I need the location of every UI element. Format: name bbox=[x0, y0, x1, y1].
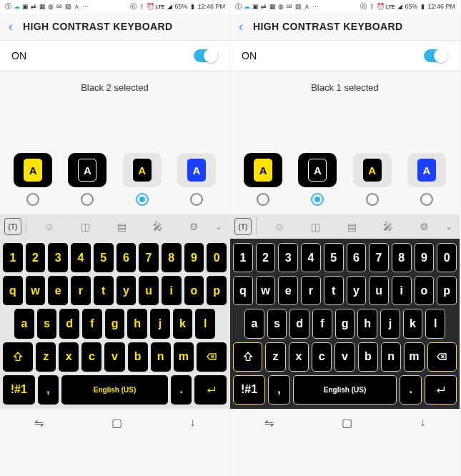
key-q[interactable]: q bbox=[3, 276, 23, 305]
back-icon[interactable]: ‹ bbox=[239, 19, 243, 34]
key-x[interactable]: x bbox=[59, 342, 79, 372]
shift-key[interactable] bbox=[3, 342, 33, 372]
gear-icon[interactable]: ⚙ bbox=[420, 221, 429, 232]
key-2[interactable]: 2 bbox=[26, 243, 46, 272]
hide-kb-icon[interactable]: ↓ bbox=[420, 416, 426, 429]
key-a[interactable]: a bbox=[14, 309, 34, 338]
sticker-icon[interactable]: ◫ bbox=[311, 221, 320, 232]
key-6[interactable]: 6 bbox=[117, 243, 137, 272]
key-g[interactable]: g bbox=[105, 309, 125, 338]
key-v[interactable]: v bbox=[334, 342, 355, 372]
key-y[interactable]: y bbox=[117, 276, 137, 305]
key-u[interactable]: u bbox=[369, 276, 389, 305]
theme-radio[interactable] bbox=[190, 193, 203, 206]
key-s[interactable]: s bbox=[267, 309, 287, 338]
key-m[interactable]: m bbox=[404, 342, 424, 372]
key-q[interactable]: q bbox=[233, 276, 253, 305]
key-l[interactable]: l bbox=[425, 309, 445, 338]
toggle-switch[interactable] bbox=[194, 49, 218, 62]
key-7[interactable]: 7 bbox=[369, 243, 389, 272]
theme-radio[interactable] bbox=[366, 193, 379, 206]
key-4[interactable]: 4 bbox=[301, 243, 321, 272]
enter-key[interactable] bbox=[425, 375, 457, 405]
key-t[interactable]: t bbox=[94, 276, 114, 305]
emoji-icon[interactable]: ☺ bbox=[274, 221, 284, 232]
key-b[interactable]: b bbox=[128, 342, 148, 372]
home-icon[interactable]: ▢ bbox=[342, 416, 352, 430]
shift-key[interactable] bbox=[233, 342, 262, 372]
key-y[interactable]: y bbox=[347, 276, 367, 305]
backspace-key[interactable] bbox=[197, 342, 227, 372]
key-r[interactable]: r bbox=[301, 276, 321, 305]
key-p[interactable]: p bbox=[207, 276, 227, 305]
hide-kb-icon[interactable]: ↓ bbox=[190, 416, 196, 429]
key-k[interactable]: k bbox=[173, 309, 193, 338]
mic-icon[interactable]: 🎤︎ bbox=[153, 221, 163, 232]
period-key[interactable]: . bbox=[400, 375, 422, 405]
symbols-key[interactable]: !#1 bbox=[3, 375, 35, 405]
theme-radio[interactable] bbox=[26, 193, 39, 206]
key-k[interactable]: k bbox=[403, 309, 423, 338]
key-g[interactable]: g bbox=[335, 309, 355, 338]
space-key[interactable]: English (US) bbox=[61, 375, 168, 405]
key-1[interactable]: 1 bbox=[3, 243, 23, 272]
key-n[interactable]: n bbox=[151, 342, 171, 372]
theme-radio[interactable] bbox=[420, 193, 433, 206]
key-h[interactable]: h bbox=[357, 309, 377, 338]
key-8[interactable]: 8 bbox=[162, 243, 182, 272]
collapse-icon[interactable]: ⌄ bbox=[212, 222, 225, 232]
key-j[interactable]: j bbox=[380, 309, 400, 338]
key-d[interactable]: d bbox=[289, 309, 309, 338]
key-s[interactable]: s bbox=[37, 309, 57, 338]
key-h[interactable]: h bbox=[127, 309, 147, 338]
key-1[interactable]: 1 bbox=[233, 243, 253, 272]
recent-apps-icon[interactable]: ⇋ bbox=[34, 416, 44, 430]
theme-option-black1[interactable]: A bbox=[68, 153, 106, 206]
key-u[interactable]: u bbox=[139, 276, 159, 305]
key-4[interactable]: 4 bbox=[71, 243, 91, 272]
home-icon[interactable]: ▢ bbox=[111, 416, 122, 430]
key-9[interactable]: 9 bbox=[184, 243, 204, 272]
key-i[interactable]: i bbox=[392, 276, 412, 305]
key-w[interactable]: w bbox=[26, 276, 46, 305]
clipboard-icon[interactable]: ▤ bbox=[117, 221, 127, 232]
theme-option-black2[interactable]: A bbox=[353, 153, 392, 206]
sticker-icon[interactable]: ◫ bbox=[81, 221, 90, 232]
key-9[interactable]: 9 bbox=[415, 243, 435, 272]
key-o[interactable]: o bbox=[415, 276, 435, 305]
key-z[interactable]: z bbox=[265, 342, 285, 372]
key-0[interactable]: 0 bbox=[207, 243, 227, 272]
key-0[interactable]: 0 bbox=[437, 243, 457, 272]
comma-key[interactable]: , bbox=[38, 375, 59, 405]
key-b[interactable]: b bbox=[358, 342, 378, 372]
theme-radio[interactable] bbox=[257, 193, 269, 206]
space-key[interactable]: English (US) bbox=[293, 375, 397, 405]
key-2[interactable]: 2 bbox=[256, 243, 276, 272]
key-d[interactable]: d bbox=[59, 309, 79, 338]
theme-radio[interactable] bbox=[136, 193, 149, 206]
key-8[interactable]: 8 bbox=[392, 243, 412, 272]
collapse-icon[interactable]: ⌄ bbox=[442, 222, 455, 232]
key-r[interactable]: r bbox=[71, 276, 91, 305]
key-f[interactable]: f bbox=[312, 309, 332, 338]
theme-option-yellow1[interactable]: A bbox=[244, 153, 282, 206]
theme-radio[interactable] bbox=[311, 193, 324, 206]
key-3[interactable]: 3 bbox=[48, 243, 68, 272]
toggle-switch[interactable] bbox=[424, 49, 448, 62]
key-z[interactable]: z bbox=[36, 342, 56, 372]
text-suggest-icon[interactable]: (T) bbox=[234, 218, 252, 235]
key-o[interactable]: o bbox=[184, 276, 204, 305]
gear-icon[interactable]: ⚙ bbox=[189, 221, 199, 232]
key-e[interactable]: e bbox=[48, 276, 68, 305]
key-5[interactable]: 5 bbox=[94, 243, 114, 272]
mic-icon[interactable]: 🎤︎ bbox=[383, 221, 393, 232]
key-f[interactable]: f bbox=[82, 309, 102, 338]
key-j[interactable]: j bbox=[150, 309, 170, 338]
key-l[interactable]: l bbox=[195, 309, 215, 338]
theme-radio[interactable] bbox=[81, 193, 94, 206]
key-n[interactable]: n bbox=[381, 342, 401, 372]
clipboard-icon[interactable]: ▤ bbox=[347, 221, 357, 232]
key-5[interactable]: 5 bbox=[324, 243, 344, 272]
theme-option-blue[interactable]: A bbox=[407, 153, 446, 206]
symbols-key[interactable]: !#1 bbox=[233, 375, 265, 405]
